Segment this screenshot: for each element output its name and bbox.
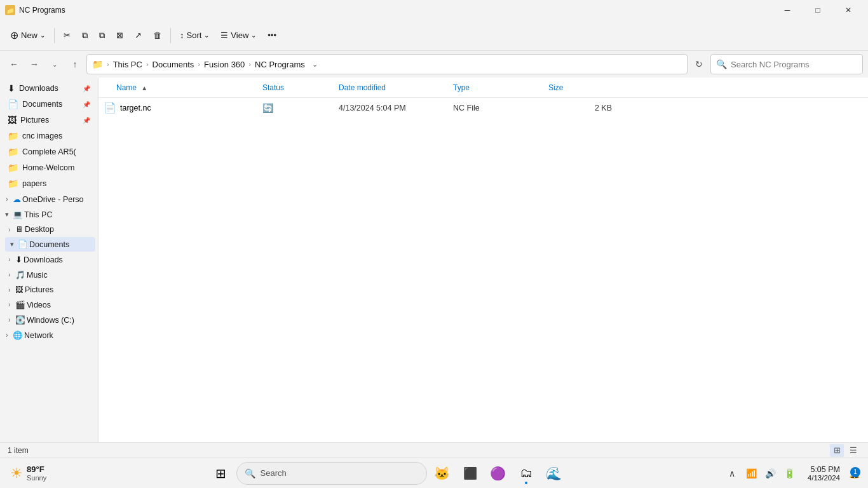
- col-date-header[interactable]: Date modified: [339, 83, 453, 92]
- item-count: 1 item: [8, 446, 29, 455]
- sidebar-item-downloads-pc[interactable]: › ⬇ Downloads: [3, 252, 98, 267]
- sidebar-item-papers[interactable]: 📁 papers: [3, 176, 95, 191]
- sidebar-item-desktop[interactable]: › 🖥 Desktop: [3, 222, 98, 236]
- sidebar-item-videos[interactable]: › 🎬 Videos: [3, 297, 98, 312]
- folder-breadcrumb-icon: 📁: [92, 59, 103, 69]
- desktop-icon: 🖥: [15, 225, 24, 234]
- table-row[interactable]: 📄 target.nc 🔄 4/13/2024 5:04 PM NC File …: [98, 98, 868, 118]
- file-cell-status: 🔄: [262, 103, 339, 113]
- this-pc-icon: 💻: [13, 210, 23, 219]
- title-bar-left: 📁 NC Programs: [5, 5, 65, 15]
- sync-icon: 🔄: [262, 103, 273, 113]
- network-expand-arrow: ›: [3, 332, 11, 339]
- col-type-header[interactable]: Type: [453, 83, 548, 92]
- chevron-up-button[interactable]: ∧: [723, 464, 741, 482]
- sidebar-onedrive-label: OneDrive - Perso: [22, 195, 84, 204]
- taskbar-app-monitor[interactable]: ⬛: [458, 461, 483, 486]
- weather-sun-icon: ☀: [10, 465, 23, 482]
- sidebar-downloads-pc-label: Downloads: [24, 255, 63, 264]
- sidebar-documents-label: Documents: [22, 100, 62, 109]
- rename-button[interactable]: ⊠: [111, 24, 128, 47]
- refresh-button[interactable]: ↻: [690, 55, 708, 73]
- cnc-folder-icon: 📁: [8, 131, 18, 141]
- address-chevron-button[interactable]: ⌄: [309, 58, 322, 71]
- search-input[interactable]: [731, 60, 857, 69]
- breadcrumb-nc-programs[interactable]: NC Programs: [255, 60, 305, 69]
- up-button[interactable]: ↑: [66, 55, 84, 73]
- sidebar-item-home[interactable]: 📁 Home-Welcom: [3, 160, 95, 175]
- col-name-label: Name: [116, 83, 137, 92]
- new-icon: ⊕: [10, 29, 18, 41]
- maximize-button[interactable]: □: [803, 0, 832, 20]
- home-folder-icon: 📁: [8, 163, 18, 173]
- rename-icon: ⊠: [116, 30, 123, 40]
- sidebar-item-pictures[interactable]: 🖼 Pictures 📌: [3, 112, 95, 128]
- taskbar-app-edge[interactable]: 🌊: [541, 461, 567, 486]
- sidebar-item-music[interactable]: › 🎵 Music: [3, 268, 98, 282]
- view-button[interactable]: ☰ View ⌄: [215, 24, 261, 47]
- toolbar-sep-1: [54, 28, 55, 43]
- search-bar[interactable]: 🔍: [710, 54, 863, 74]
- start-button[interactable]: ⊞: [208, 461, 234, 486]
- breadcrumb-this-pc[interactable]: This PC: [113, 60, 142, 69]
- sidebar-papers-label: papers: [22, 179, 46, 188]
- sidebar-desktop-label: Desktop: [25, 225, 54, 234]
- grid-view-button[interactable]: ⊞: [830, 444, 844, 457]
- address-bar[interactable]: 📁 › This PC › Documents › Fusion 360 › N…: [86, 54, 688, 74]
- edge-icon: 🌊: [546, 466, 562, 481]
- file-list: 📄 target.nc 🔄 4/13/2024 5:04 PM NC File …: [98, 98, 868, 442]
- sidebar-music-label: Music: [27, 271, 48, 280]
- close-button[interactable]: ✕: [834, 0, 863, 20]
- sidebar-item-cnc[interactable]: 📁 cnc images: [3, 128, 95, 144]
- sidebar-item-downloads[interactable]: ⬇ Downloads 📌: [3, 81, 95, 96]
- sidebar-item-documents-pc[interactable]: ▾ 📄 Documents: [5, 237, 95, 252]
- column-header: Name ▲ Status Date modified Type Size: [98, 78, 868, 98]
- forward-button[interactable]: →: [25, 55, 43, 73]
- col-status-header[interactable]: Status: [262, 83, 339, 92]
- taskbar-app-cat[interactable]: 🐱: [430, 461, 455, 486]
- share-icon: ↗: [135, 30, 142, 40]
- minimize-button[interactable]: ─: [773, 0, 802, 20]
- clock-area[interactable]: 5:05 PM 4/13/2024: [799, 465, 844, 482]
- taskbar-search[interactable]: 🔍 Search: [236, 462, 427, 485]
- pictures-pc-icon: 🖼: [15, 285, 24, 294]
- view-toggle: ⊞ ☰: [830, 444, 860, 457]
- sidebar-pictures-pc-label: Pictures: [25, 285, 53, 294]
- cut-button[interactable]: ✂: [58, 24, 76, 47]
- windows-c-icon: 💽: [15, 315, 25, 325]
- sidebar-item-onedrive[interactable]: › ☁ OneDrive - Perso: [0, 192, 98, 207]
- sidebar-item-network[interactable]: › 🌐 Network: [0, 328, 98, 342]
- delete-button[interactable]: 🗑: [148, 24, 166, 47]
- new-button[interactable]: ⊕ New ⌄: [5, 24, 50, 47]
- col-size-header[interactable]: Size: [548, 83, 612, 92]
- more-button[interactable]: •••: [262, 24, 281, 47]
- delete-icon: 🗑: [153, 30, 161, 40]
- taskbar-app-teams[interactable]: 🟣: [485, 461, 511, 486]
- notification-button[interactable]: 🔔 1: [845, 464, 863, 482]
- col-name-header[interactable]: Name ▲: [104, 83, 262, 92]
- breadcrumb-documents[interactable]: Documents: [153, 60, 194, 69]
- copy-path-button[interactable]: ⧉: [94, 24, 110, 47]
- battery-button[interactable]: 🔋: [780, 464, 798, 482]
- copy-button[interactable]: ⧉: [77, 24, 93, 47]
- sidebar-item-documents[interactable]: 📄 Documents 📌: [3, 97, 95, 112]
- volume-button[interactable]: 🔊: [761, 464, 779, 482]
- downloads-pc-icon: ⬇: [15, 255, 22, 264]
- expand-history-button[interactable]: ⌄: [46, 55, 64, 73]
- sidebar-item-pictures-pc[interactable]: › 🖼 Pictures: [3, 283, 98, 297]
- list-view-button[interactable]: ☰: [846, 444, 860, 457]
- wifi-button[interactable]: 📶: [742, 464, 760, 482]
- sort-label: Sort: [187, 30, 202, 40]
- sidebar-pictures-label: Pictures: [20, 116, 49, 125]
- breadcrumb-fusion360[interactable]: Fusion 360: [204, 60, 245, 69]
- back-button[interactable]: ←: [5, 55, 23, 73]
- sidebar-item-windows-c[interactable]: › 💽 Windows (C:): [3, 313, 98, 327]
- folder-icon: 📁: [5, 5, 15, 15]
- taskbar-app-explorer[interactable]: 🗂: [513, 461, 539, 486]
- weather-widget[interactable]: ☀ 89°F Sunny: [5, 461, 51, 486]
- sidebar-item-complete[interactable]: 📁 Complete AR5(: [3, 144, 95, 159]
- sort-button[interactable]: ↕ Sort ⌄: [175, 24, 214, 47]
- title-bar-text: NC Programs: [19, 6, 65, 15]
- share-button[interactable]: ↗: [130, 24, 147, 47]
- sidebar-item-this-pc[interactable]: ▾ 💻 This PC: [0, 207, 98, 222]
